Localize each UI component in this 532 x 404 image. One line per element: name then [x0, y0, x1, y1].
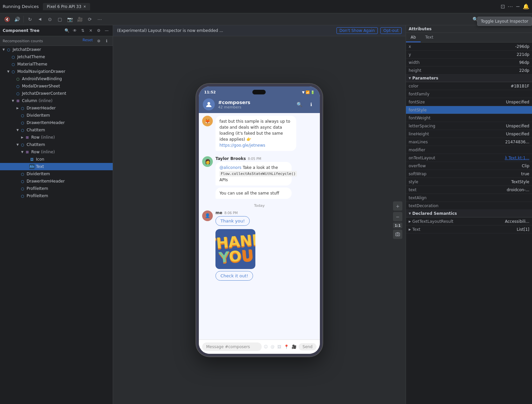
gear-tree-icon[interactable]: ⚙: [95, 27, 102, 34]
send-button[interactable]: Send: [299, 343, 317, 350]
search-phone-icon[interactable]: 🔍: [295, 100, 304, 109]
phone-messages[interactable]: 🦊 fast but this sample is always up to d…: [199, 113, 320, 339]
tree-node-draweritemheader-1[interactable]: ○ DrawerItemHeader: [0, 119, 113, 126]
toolbar: 🔇 🔊 ↻ ◀ ⊙ ▢ 📷 🎥 ⟳ ⋯ 🔍 👁 ⇅ ✕ ⚙ —: [0, 13, 532, 25]
tree-arrow-n4[interactable]: [6, 69, 11, 74]
tree-arrow-n12[interactable]: [15, 128, 20, 132]
declared-semantics-header[interactable]: ▼ Declared Semantics: [406, 210, 532, 217]
tree-arrow-n5: [11, 76, 15, 81]
compose-icon-n10: ○: [20, 113, 25, 118]
tree-node-modaldrawersheet[interactable]: ○ ModalDrawerSheet: [0, 82, 113, 90]
device-tab[interactable]: Pixel 6 Pro API 33 ×: [43, 3, 90, 10]
tree-node-divideritem-1[interactable]: ○ DividerItem: [0, 112, 113, 119]
attr-row-maxlines: maxLines 21474836...: [406, 138, 532, 146]
tree-arrow-n10: [15, 113, 20, 118]
more-options-icon[interactable]: ⋯: [508, 3, 513, 10]
toolbar-sep-1: [23, 16, 24, 23]
attr-row-text: text droidcon-...: [406, 186, 532, 194]
copy-icon[interactable]: ⊕: [95, 38, 102, 44]
attr-row-fontstyle[interactable]: fontStyle: [406, 106, 532, 114]
attr-value-height: 22dp: [519, 68, 529, 73]
tree-node-icon[interactable]: 🖼 Icon: [0, 156, 113, 163]
tree-arrow-n13[interactable]: [20, 135, 25, 140]
tree-node-row-1[interactable]: ⊞ Row (inline): [0, 134, 113, 141]
image-icon[interactable]: 🖼: [277, 344, 281, 349]
tree-node-text[interactable]: Ab Text: [0, 163, 113, 170]
rotate-btn[interactable]: ↻: [26, 15, 34, 24]
attr-value-ontextlayout[interactable]: λ Text.kt:1...: [505, 156, 529, 160]
video-icon[interactable]: 🎥: [292, 344, 297, 349]
tree-node-draweritemheader-2[interactable]: ○ DrawerItemHeader: [0, 178, 113, 185]
info-phone-icon[interactable]: ℹ: [307, 100, 316, 109]
tree-node-materialtheme[interactable]: ○ MaterialTheme: [0, 61, 113, 68]
dont-show-btn[interactable]: Don't Show Again: [336, 27, 378, 34]
tree-node-androidviewbinding[interactable]: ○ AndroidViewBinding: [0, 75, 113, 82]
info-icon[interactable]: ℹ: [103, 38, 110, 44]
emoji-icon[interactable]: 😊: [264, 344, 268, 349]
tab-text[interactable]: Text: [421, 33, 438, 42]
msg-avatar-1: 🦊: [202, 116, 213, 126]
tree-node-jetchattheme[interactable]: ○ JetchatTheme: [0, 53, 113, 61]
minimize-icon[interactable]: −: [516, 3, 520, 10]
tab-ab[interactable]: Ab: [406, 33, 421, 42]
message-input[interactable]: Message #composers: [202, 342, 262, 351]
msg-link[interactable]: https://goo.gle/jetnews: [219, 143, 265, 148]
phone-status-bar: 11:52 ▼ 📶 🔋: [199, 86, 320, 96]
tree-node-profileitem-1[interactable]: ○ ProfileItem: [0, 185, 113, 192]
msg-time-2: 8:05 PM: [248, 157, 261, 161]
overview-btn[interactable]: ▢: [56, 15, 64, 24]
mute-btn[interactable]: 🔇: [3, 15, 11, 24]
back-btn[interactable]: ◀: [36, 15, 44, 24]
parameters-section-header[interactable]: ▼ Parameters: [406, 74, 532, 82]
tree-node-divideritem-2[interactable]: ○ DividerItem: [0, 170, 113, 178]
tree-arrow-n8[interactable]: [11, 98, 15, 103]
component-tree-title: Component Tree: [3, 28, 40, 33]
highlight-icon[interactable]: 👁: [71, 27, 78, 34]
tree-node-jetchatdrawercontent[interactable]: ○ JetchatDrawerContent: [0, 90, 113, 97]
tree-node-column[interactable]: ⊞ Column (inline): [0, 97, 113, 104]
filter-icon[interactable]: ⇅: [79, 27, 86, 34]
screenshot-btn[interactable]: 📷: [66, 15, 74, 24]
compose-icon-n14: ○: [20, 142, 25, 147]
running-devices-label: Running Devices: [3, 4, 39, 9]
close-tree-icon[interactable]: ✕: [87, 27, 94, 34]
reset-btn[interactable]: Reset: [81, 38, 94, 44]
tree-arrow-n1[interactable]: [1, 47, 6, 52]
tree-arrow-n15[interactable]: [20, 150, 25, 154]
tree-arrow-n19: [15, 179, 20, 184]
tree-node-drawerheader[interactable]: ○ DrawerHeader: [0, 104, 113, 112]
tree-node-row-2[interactable]: ⊞ Row (inline): [0, 148, 113, 156]
opt-out-btn[interactable]: Opt-out: [380, 27, 402, 34]
tree-node-jetchatdrawer[interactable]: ○ JetchatDrawer: [0, 46, 113, 53]
close-tab-icon[interactable]: ×: [83, 5, 86, 8]
search-tree-icon[interactable]: 🔍: [64, 27, 70, 34]
wifi-icon: ▼: [302, 90, 305, 94]
power-btn[interactable]: ⟳: [85, 15, 94, 24]
tree-arrow-n14[interactable]: [15, 142, 20, 147]
zoom-in-btn[interactable]: +: [393, 202, 402, 211]
expand-gettextlayout[interactable]: ▶: [409, 220, 411, 223]
tree-node-modalnavdrawer[interactable]: ○ ModalNavigationDrawer: [0, 68, 113, 75]
zoom-out-btn[interactable]: −: [393, 212, 402, 221]
screencap-btn[interactable]: 🎥: [75, 15, 84, 24]
attr-row-fontfamily: fontFamily: [406, 90, 532, 98]
collapse-tree-icon[interactable]: —: [103, 27, 110, 34]
at-icon[interactable]: @: [271, 344, 275, 349]
attr-row-width: width 96dp: [406, 59, 532, 67]
tree-node-profileitem-2[interactable]: ○ ProfileItem: [0, 192, 113, 200]
window-layout-icon[interactable]: ⊡: [500, 3, 505, 10]
tree-arrow-n21: [15, 194, 20, 198]
ratio-btn[interactable]: 1:1: [393, 223, 402, 228]
expand-text-semantics[interactable]: ▶: [409, 228, 411, 231]
volume-btn[interactable]: 🔊: [13, 15, 21, 24]
phone-header: #composers 42 members 🔍 ℹ: [199, 96, 320, 113]
tree-arrow-n9[interactable]: [15, 106, 20, 110]
tree-node-chatitem-1[interactable]: ○ ChatItem: [0, 126, 113, 134]
attr-row-softwrap: softWrap true: [406, 170, 532, 178]
more-btn[interactable]: ⋯: [95, 15, 104, 24]
layout-icon-n8: ⊞: [15, 98, 21, 103]
location-icon[interactable]: 📍: [284, 344, 289, 349]
tree-node-chatitem-2[interactable]: ○ ChatItem: [0, 141, 113, 148]
home-btn[interactable]: ⊙: [46, 15, 54, 24]
snapshot-btn[interactable]: [393, 230, 402, 239]
